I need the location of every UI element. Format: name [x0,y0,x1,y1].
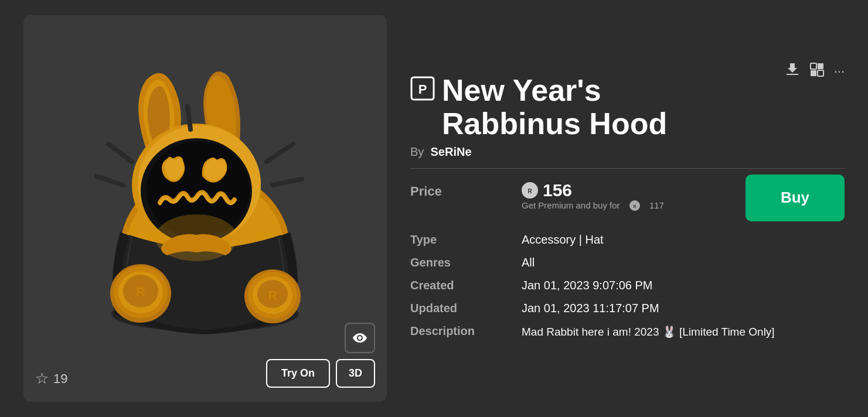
action-buttons: Try On 3D [266,359,375,388]
svg-text:R: R [136,285,145,299]
svg-line-9 [267,144,293,162]
updated-row: Updated Jan 01, 2023 11:17:07 PM [410,302,845,315]
price-main: R 156 [522,180,664,200]
updated-value: Jan 01, 2023 11:17:07 PM [522,302,659,315]
price-premium: Get Premium and buy for R 117 [522,200,664,211]
svg-line-10 [273,179,302,185]
robux-icon: R [522,182,538,199]
customize-icon[interactable] [809,62,825,81]
roblox-badge-icon: P [410,76,435,106]
item-title-line2: Rabbinus Hood [442,107,667,141]
price-amount: 156 [543,180,572,200]
try-on-button[interactable]: Try On [266,359,330,388]
svg-rect-24 [818,63,823,69]
creator-prefix: By [410,145,424,158]
description-row: Description Mad Rabbit here i am! 2023 🐰… [410,324,845,340]
created-row: Created Jan 01, 2023 9:07:06 PM [410,279,845,292]
svg-text:P: P [418,82,427,97]
svg-text:R: R [527,188,532,194]
eye-button[interactable] [345,323,375,353]
type-value: Accessory | Hat [522,233,604,247]
description-label: Description [410,324,486,338]
item-creator: By SeRiNe [410,145,845,159]
created-value: Jan 01, 2023 9:07:06 PM [522,279,653,292]
type-label: Type [410,233,486,247]
header-icons: ··· [785,62,845,81]
item-title-line1: New Year's [442,74,667,107]
svg-line-8 [97,176,123,185]
svg-text:R: R [633,204,636,208]
favorites-area: ☆ 19 [35,370,67,388]
favorites-count: 19 [53,371,67,387]
genres-row: Genres All [410,256,845,269]
three-d-button[interactable]: 3D [336,359,375,388]
type-row: Type Accessory | Hat [410,233,845,247]
price-premium-amount: 117 [649,200,664,210]
svg-line-7 [108,144,132,162]
genres-value: All [522,256,535,269]
price-buy-row: Price R 156 Get Premium and buy for [410,180,845,221]
updated-label: Updated [410,302,486,315]
item-controls: Try On 3D [266,323,375,388]
price-col: R 156 Get Premium and buy for R [522,180,664,211]
svg-rect-26 [818,70,823,76]
premium-robux-icon: R [629,200,640,211]
svg-text:R: R [268,289,277,302]
download-icon[interactable] [785,62,800,81]
price-section: Price R 156 Get Premium and buy for [410,180,746,211]
svg-rect-25 [811,70,816,76]
description-value: Mad Rabbit here i am! 2023 🐰 [Limited Ti… [522,324,775,340]
svg-line-11 [188,106,190,129]
more-options-icon[interactable]: ··· [834,64,845,79]
price-label: Price [410,180,486,199]
main-container: R R [0,0,868,417]
item-image-panel: R R [23,15,387,402]
created-label: Created [410,279,486,292]
genres-label: Genres [410,256,486,269]
price-premium-text: Get Premium and buy for [522,200,620,210]
item-title: New Year's Rabbinus Hood [442,74,667,141]
buy-button[interactable]: Buy [746,175,845,221]
creator-name[interactable]: SeRiNe [430,145,471,158]
item-image-canvas: R R [23,15,387,402]
item-details-panel: ··· P New Year's Rabbinus Hood By SeRiNe [410,62,845,356]
svg-rect-23 [811,63,816,69]
item-illustration: R R [73,68,337,349]
item-title-row: P New Year's Rabbinus Hood [410,74,845,141]
divider [410,168,845,169]
star-icon[interactable]: ☆ [35,370,49,388]
